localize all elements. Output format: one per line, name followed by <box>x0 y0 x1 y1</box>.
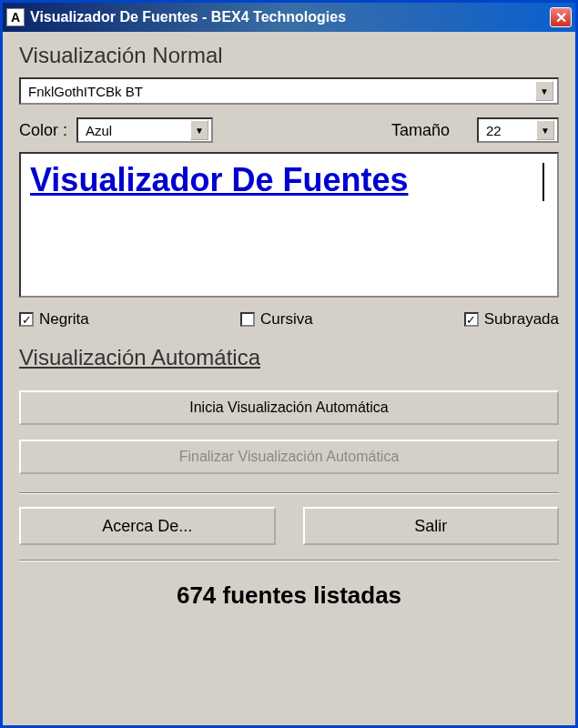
close-button[interactable]: ✕ <box>550 7 572 27</box>
preview-text: Visualizador De Fuentes <box>30 161 408 198</box>
stop-auto-button[interactable]: Finalizar Visualización Automática <box>19 440 559 474</box>
chevron-down-icon: ▼ <box>190 120 208 140</box>
app-icon-letter: A <box>11 10 20 25</box>
text-caret <box>543 163 544 201</box>
client-area: Visualización Normal FnklGothITCBk BT ▼ … <box>3 32 575 725</box>
font-dropdown[interactable]: FnklGothITCBk BT ▼ <box>19 77 559 105</box>
titlebar: A Visualizador De Fuentes - BEX4 Technol… <box>3 3 575 32</box>
app-icon: A <box>6 8 25 26</box>
chevron-down-icon: ▼ <box>536 120 554 140</box>
stop-auto-label: Finalizar Visualización Automática <box>179 449 400 465</box>
window-title: Visualizador De Fuentes - BEX4 Technolog… <box>30 9 550 25</box>
preview-textbox[interactable]: Visualizador De Fuentes <box>19 152 559 298</box>
check-icon: ✓ <box>466 313 476 327</box>
underline-checkbox-item: ✓ Subrayada <box>464 310 559 329</box>
size-dropdown-value: 22 <box>486 123 502 138</box>
check-icon: ✓ <box>22 313 32 327</box>
color-label: Color : <box>19 121 67 140</box>
italic-checkbox[interactable] <box>240 312 255 327</box>
section-title-normal: Visualización Normal <box>19 43 559 68</box>
font-dropdown-value: FnklGothITCBk BT <box>28 84 143 99</box>
divider <box>19 560 559 561</box>
start-auto-button[interactable]: Inicia Visualización Automática <box>19 390 559 425</box>
underline-label: Subrayada <box>484 310 559 329</box>
size-dropdown[interactable]: 22 ▼ <box>477 117 559 143</box>
color-dropdown-value: Azul <box>86 123 112 138</box>
exit-label: Salir <box>414 517 447 536</box>
chevron-down-icon: ▼ <box>535 81 553 101</box>
color-dropdown[interactable]: Azul ▼ <box>76 117 213 143</box>
bottom-button-row: Acerca De... Salir <box>19 507 559 545</box>
exit-button[interactable]: Salir <box>303 507 560 545</box>
section-title-auto: Visualización Automática <box>19 345 559 370</box>
italic-checkbox-item: Cursiva <box>240 310 313 329</box>
about-button[interactable]: Acerca De... <box>19 507 276 545</box>
color-size-row: Color : Azul ▼ Tamaño 22 ▼ <box>19 117 559 143</box>
formatting-checks: ✓ Negrita Cursiva ✓ Subrayada <box>19 310 559 329</box>
size-label: Tamaño <box>391 121 450 140</box>
close-icon: ✕ <box>555 9 567 26</box>
status-bar: 674 fuentes listadas <box>19 574 559 617</box>
bold-checkbox-item: ✓ Negrita <box>19 310 89 329</box>
about-label: Acerca De... <box>102 517 192 536</box>
bold-checkbox[interactable]: ✓ <box>19 312 34 327</box>
underline-checkbox[interactable]: ✓ <box>464 312 479 327</box>
divider <box>19 492 559 494</box>
start-auto-label: Inicia Visualización Automática <box>189 399 389 416</box>
bold-label: Negrita <box>39 310 89 329</box>
app-window: A Visualizador De Fuentes - BEX4 Technol… <box>0 0 578 728</box>
italic-label: Cursiva <box>260 310 313 329</box>
